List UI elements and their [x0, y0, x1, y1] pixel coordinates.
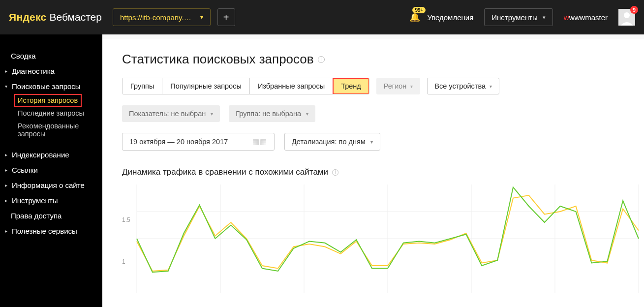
trend-chart: 1.5 1	[122, 182, 644, 295]
caret-right-icon: ▸	[5, 167, 10, 173]
date-range-label: 19 октября — 20 ноября 2017	[129, 138, 228, 146]
username-link[interactable]: wwwwmaster	[564, 13, 608, 22]
sidebar-item-label: Информация о сайте	[12, 181, 85, 189]
devices-filter[interactable]: Все устройства ▾	[427, 78, 499, 94]
chevron-down-icon: ▾	[490, 84, 492, 89]
sidebar-item-links[interactable]: ▸ Ссылки	[0, 162, 102, 178]
main-content: Статистика поисковых запросов i Группы П…	[102, 34, 644, 307]
sidebar-sub-search-queries: История запросов Последние запросы Реком…	[0, 94, 102, 140]
tab-trend[interactable]: Тренд	[333, 78, 369, 94]
sidebar-item-label: Полезные сервисы	[12, 227, 77, 235]
tab-groups[interactable]: Группы	[123, 78, 162, 94]
sidebar-subitem-recommended-queries[interactable]: Рекомендованные запросы	[14, 120, 102, 140]
y-tick-label: 1.5	[122, 216, 130, 223]
sidebar-subitem-recent-queries[interactable]: Последние запросы	[14, 107, 102, 120]
filter-label: Все устройства	[434, 82, 486, 90]
username-rest: wwwmaster	[569, 13, 608, 22]
sidebar-item-access-rights[interactable]: Права доступа	[0, 208, 102, 223]
site-selector-label: https://itb-company.…	[120, 13, 191, 22]
notifications-button[interactable]: 🔔 99+ Уведомления	[409, 12, 473, 23]
header-right: 🔔 99+ Уведомления Инструменты ▾ wwwwmast…	[409, 8, 635, 26]
tab-label: Тренд	[341, 82, 361, 90]
caret-right-icon: ▸	[5, 198, 10, 203]
page-title: Статистика поисковых запросов i	[122, 52, 644, 67]
indicator-selector[interactable]: Показатель: не выбран ▾	[122, 105, 220, 122]
region-filter[interactable]: Регион ▾	[376, 78, 421, 94]
date-range-picker[interactable]: 19 октября — 20 ноября 2017 ▦▦	[122, 133, 275, 151]
caret-down-icon: ▾	[5, 84, 10, 89]
svg-point-1	[624, 12, 630, 18]
logo[interactable]: Яндекс Вебмастер	[9, 11, 102, 23]
sidebar-item-summary[interactable]: Сводка	[0, 48, 102, 63]
chevron-down-icon: ▾	[200, 14, 203, 21]
info-icon[interactable]: i	[318, 56, 325, 63]
calendar-icon: ▦▦	[252, 138, 267, 146]
chart-svg	[122, 182, 644, 295]
site-selector[interactable]: https://itb-company.… ▾	[113, 8, 211, 26]
tab-popular-queries[interactable]: Популярные запросы	[162, 78, 250, 94]
caret-right-icon: ▸	[5, 183, 10, 188]
sidebar-subitem-query-history[interactable]: История запросов	[14, 94, 82, 107]
tab-label: Популярные запросы	[170, 82, 242, 90]
caret-right-icon: ▸	[5, 152, 10, 157]
sidebar-item-label: Диагностика	[12, 67, 55, 75]
sidebar-item-label: Поисковые запросы	[12, 82, 81, 91]
caret-right-icon: ▸	[5, 228, 10, 234]
chart-title-text: Динамика трафика в сравнении с похожими …	[122, 167, 328, 177]
y-tick-label: 1	[122, 258, 125, 265]
tools-label: Инструменты	[491, 13, 538, 22]
detail-selector[interactable]: Детализация: по дням ▾	[284, 133, 380, 151]
bell-icon: 🔔 99+	[409, 12, 420, 23]
sidebar-item-label: История запросов	[18, 96, 78, 104]
selector-label: Группа: не выбрана	[236, 110, 301, 118]
sidebar-item-label: Инструменты	[12, 196, 58, 205]
sidebar-item-useful-services[interactable]: ▸ Полезные сервисы	[0, 223, 102, 239]
sidebar-item-search-queries[interactable]: ▾ Поисковые запросы	[0, 79, 102, 94]
sidebar-item-label: Последние запросы	[18, 109, 84, 117]
selector-label: Показатель: не выбран	[129, 110, 206, 118]
notifications-label: Уведомления	[427, 13, 473, 22]
tools-dropdown[interactable]: Инструменты ▾	[484, 8, 553, 26]
chevron-down-icon: ▾	[410, 84, 413, 89]
sidebar-item-diagnostics[interactable]: ▸ Диагностика	[0, 63, 102, 79]
tab-favorite-queries[interactable]: Избранные запросы	[250, 78, 333, 94]
detail-label: Детализация: по дням	[292, 138, 366, 146]
avatar-badge: 9	[630, 6, 638, 14]
group-selector[interactable]: Группа: не выбрана ▾	[229, 105, 315, 122]
sidebar-item-label: Рекомендованные запросы	[18, 122, 79, 138]
query-view-tabs: Группы Популярные запросы Избранные запр…	[122, 78, 369, 94]
chevron-down-icon: ▾	[211, 111, 213, 117]
username-first-char: w	[564, 13, 569, 22]
logo-yandex: Яндекс	[9, 11, 47, 23]
chevron-down-icon: ▾	[543, 14, 546, 21]
caret-right-icon: ▸	[5, 68, 10, 74]
chevron-down-icon: ▾	[306, 111, 308, 117]
sidebar-item-indexing[interactable]: ▸ Индексирование	[0, 147, 102, 162]
sidebar-item-label: Ссылки	[12, 166, 38, 174]
sidebar-item-label: Индексирование	[12, 151, 69, 159]
tab-label: Избранные запросы	[258, 82, 325, 90]
app-header: Яндекс Вебмастер https://itb-company.… ▾…	[0, 0, 644, 34]
sidebar-item-label: Сводка	[11, 52, 36, 60]
info-icon[interactable]: i	[332, 169, 338, 176]
sidebar-item-tools[interactable]: ▸ Инструменты	[0, 193, 102, 208]
add-site-button[interactable]: +	[217, 8, 235, 26]
page-title-text: Статистика поисковых запросов	[122, 52, 314, 67]
sidebar-item-label: Права доступа	[11, 212, 61, 220]
avatar[interactable]: 9	[618, 9, 635, 26]
chart-title: Динамика трафика в сравнении с похожими …	[122, 167, 644, 177]
notifications-badge: 99+	[412, 7, 426, 13]
logo-product: Вебмастер	[50, 11, 102, 23]
plus-icon: +	[223, 12, 229, 23]
filter-label: Регион	[384, 82, 407, 90]
chevron-down-icon: ▾	[370, 139, 373, 145]
sidebar-item-site-info[interactable]: ▸ Информация о сайте	[0, 178, 102, 193]
sidebar: Сводка ▸ Диагностика ▾ Поисковые запросы…	[0, 34, 102, 307]
tab-label: Группы	[130, 82, 154, 90]
